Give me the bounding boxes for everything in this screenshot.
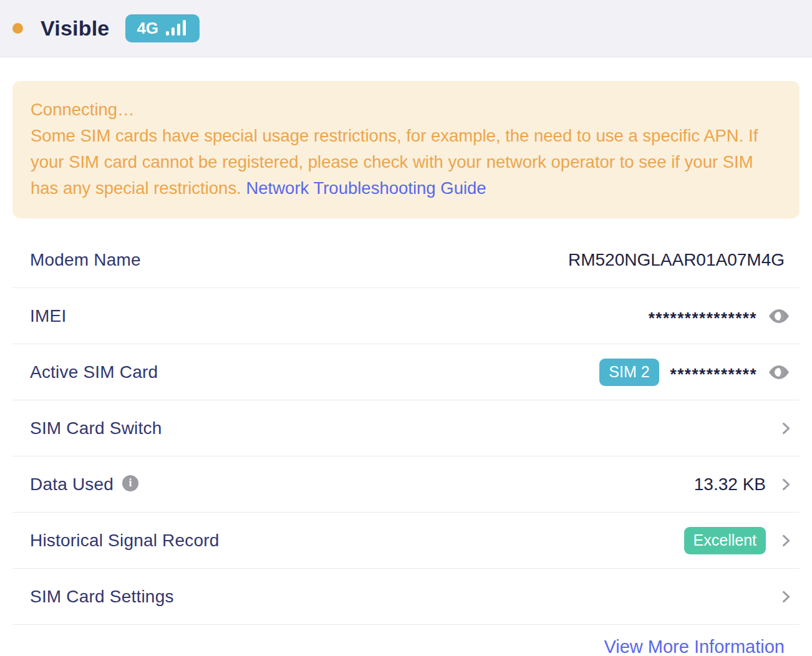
row-sim-card-switch[interactable]: SIM Card Switch: [12, 400, 800, 456]
row-historical-signal-record[interactable]: Historical Signal Record Excellent: [12, 513, 800, 569]
imei-reveal-eye-icon[interactable]: [768, 308, 790, 324]
data-used-label: Data Used: [30, 475, 114, 494]
network-type-badge[interactable]: 4G: [125, 14, 200, 42]
row-active-sim: Active SIM Card SIM 2 ************: [12, 344, 800, 400]
troubleshooting-guide-link[interactable]: Network Troubleshooting Guide: [246, 178, 486, 198]
row-sim-card-settings[interactable]: SIM Card Settings: [12, 569, 800, 625]
card-footer: View More Information: [12, 625, 800, 656]
modem-card-header: Visible 4G: [0, 0, 812, 57]
modem-name-value: RM520NGLAAR01A07M4G: [568, 250, 785, 270]
sim-slot-badge: SIM 2: [599, 359, 659, 386]
imei-masked-value: ***************: [649, 309, 757, 328]
chevron-right-icon: [777, 532, 795, 549]
signal-quality-badge: Excellent: [684, 527, 766, 554]
view-more-information-link[interactable]: View More Information: [604, 637, 785, 656]
data-used-value: 13.32 KB: [694, 475, 766, 494]
row-imei: IMEI ***************: [12, 288, 800, 344]
notice-status-text: Connecting…: [31, 100, 135, 119]
sim-card-switch-label: SIM Card Switch: [30, 418, 162, 438]
signal-bars-icon: [166, 19, 188, 38]
iccid-reveal-eye-icon[interactable]: [768, 364, 790, 380]
connecting-notice: Connecting… Some SIM cards have special …: [12, 81, 800, 218]
row-modem-name: Modem Name RM520NGLAAR01A07M4G: [12, 232, 800, 288]
active-sim-label: Active SIM Card: [30, 362, 158, 382]
modem-name-label: Modem Name: [30, 250, 141, 270]
row-data-used[interactable]: Data Used i 13.32 KB: [12, 456, 800, 513]
modem-card-body: Connecting… Some SIM cards have special …: [0, 81, 812, 656]
sim-card-settings-label: SIM Card Settings: [30, 587, 174, 607]
chevron-right-icon: [777, 420, 795, 437]
historical-signal-label: Historical Signal Record: [30, 531, 220, 551]
carrier-title: Visible: [41, 16, 109, 41]
imei-label: IMEI: [30, 306, 66, 326]
info-icon[interactable]: i: [122, 475, 138, 491]
iccid-masked-value: ************: [670, 365, 757, 384]
chevron-right-icon: [777, 476, 795, 493]
modem-info-list: Modem Name RM520NGLAAR01A07M4G IMEI ****…: [12, 232, 800, 625]
chevron-right-icon: [777, 588, 795, 605]
network-type-label: 4G: [137, 19, 158, 38]
status-dot: [12, 23, 23, 34]
